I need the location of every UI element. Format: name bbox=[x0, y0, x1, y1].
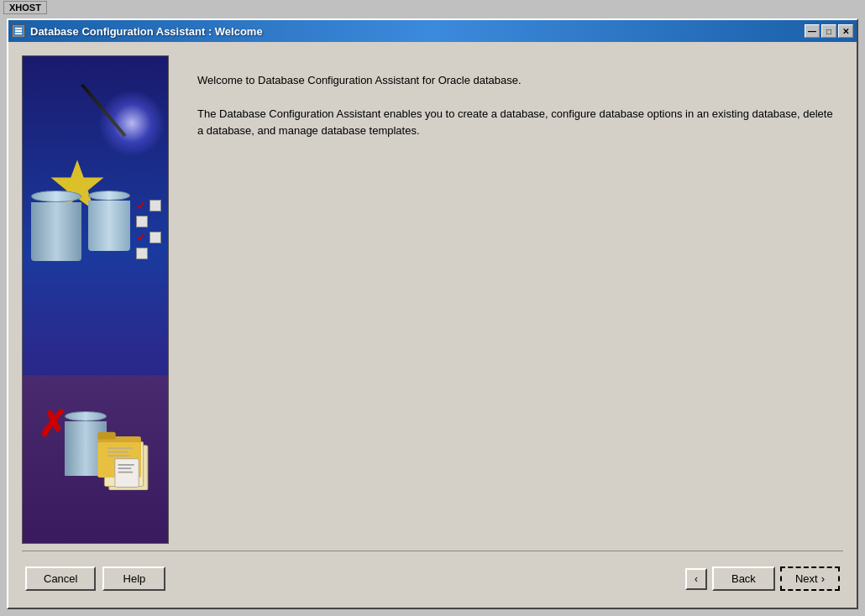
cylinder-left-body bbox=[31, 202, 81, 261]
image-panel: ✓ ✓ ✗ bbox=[22, 55, 169, 544]
svg-rect-10 bbox=[107, 447, 133, 449]
cancel-button[interactable]: Cancel bbox=[25, 566, 96, 591]
title-bar-buttons: — □ ✕ bbox=[805, 24, 853, 38]
main-window: Database Configuration Assistant : Welco… bbox=[7, 18, 858, 609]
close-button[interactable]: ✕ bbox=[838, 24, 853, 38]
button-bar: Cancel Help ‹ Back Next › bbox=[22, 558, 843, 594]
cylinders-top bbox=[31, 191, 130, 261]
next-button[interactable]: Next › bbox=[780, 566, 840, 591]
next-label: Next bbox=[795, 572, 818, 585]
title-bar: Database Configuration Assistant : Welco… bbox=[8, 20, 857, 42]
welcome-primary-text: Welcome to Database Configuration Assist… bbox=[197, 72, 835, 89]
check-item-4 bbox=[136, 248, 161, 259]
x-mark-icon: ✗ bbox=[38, 407, 67, 442]
bottom-section: ✗ bbox=[23, 375, 168, 543]
check-item-1: ✓ bbox=[136, 199, 161, 212]
svg-rect-16 bbox=[118, 472, 133, 473]
check-mark-1: ✓ bbox=[136, 199, 146, 212]
cylinder-bottom-top bbox=[65, 411, 107, 421]
maximize-button[interactable]: □ bbox=[821, 24, 836, 38]
button-bar-left: Cancel Help bbox=[25, 566, 165, 591]
cylinder-left-top bbox=[31, 191, 81, 202]
svg-rect-14 bbox=[118, 464, 134, 466]
window-title: Database Configuration Assistant : Welco… bbox=[30, 25, 263, 38]
svg-rect-11 bbox=[107, 452, 128, 453]
text-area: Welcome to Database Configuration Assist… bbox=[189, 55, 843, 544]
help-button[interactable]: Help bbox=[102, 566, 165, 591]
glow-decoration bbox=[98, 90, 165, 157]
title-bar-left: Database Configuration Assistant : Welco… bbox=[12, 24, 263, 38]
separator-line bbox=[22, 551, 843, 551]
svg-rect-12 bbox=[107, 455, 130, 457]
taskbar-app-label[interactable]: XHOST bbox=[3, 1, 47, 14]
check-item-3: ✓ bbox=[136, 231, 161, 244]
next-arrow-icon: › bbox=[821, 572, 825, 585]
check-item-2 bbox=[136, 216, 161, 227]
svg-rect-15 bbox=[118, 467, 131, 469]
button-bar-right: ‹ Back Next › bbox=[685, 566, 840, 591]
svg-rect-3 bbox=[15, 33, 22, 34]
welcome-secondary-text: The Database Configuration Assistant ena… bbox=[197, 106, 835, 141]
checklist: ✓ ✓ bbox=[136, 199, 161, 259]
check-mark-3: ✓ bbox=[136, 231, 146, 244]
cylinder-left bbox=[31, 191, 81, 261]
svg-rect-1 bbox=[15, 28, 22, 29]
taskbar: XHOST bbox=[0, 0, 865, 15]
back-arrow-button[interactable]: ‹ bbox=[685, 568, 707, 590]
minimize-button[interactable]: — bbox=[805, 24, 820, 38]
cylinder-right-top bbox=[88, 191, 130, 201]
check-box-3 bbox=[149, 232, 161, 243]
svg-rect-2 bbox=[15, 30, 22, 32]
check-box-2 bbox=[136, 216, 148, 227]
svg-rect-8 bbox=[97, 432, 115, 440]
app-icon bbox=[12, 24, 25, 38]
cylinder-right-body bbox=[88, 201, 130, 251]
check-box-4 bbox=[136, 248, 148, 259]
cylinder-right bbox=[88, 191, 130, 261]
main-area: ✓ ✓ ✗ bbox=[22, 55, 843, 544]
folder-icon bbox=[92, 423, 155, 493]
window-content: ✓ ✓ ✗ bbox=[8, 42, 857, 608]
back-button[interactable]: Back bbox=[712, 566, 775, 591]
check-box-1 bbox=[149, 200, 161, 211]
